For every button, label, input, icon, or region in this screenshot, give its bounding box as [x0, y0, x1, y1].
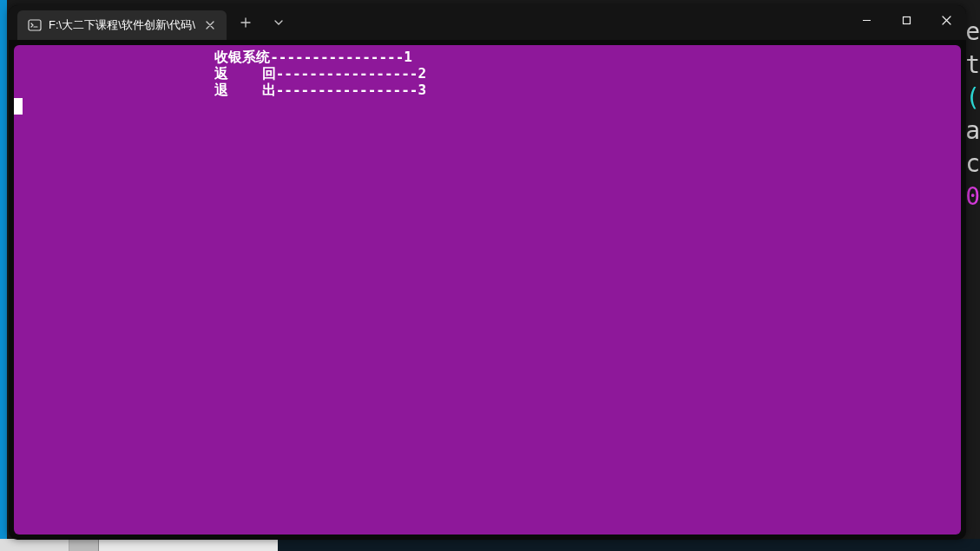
- plus-icon: [240, 17, 251, 28]
- tab-close-button[interactable]: [202, 17, 218, 33]
- chevron-down-icon: [274, 18, 283, 27]
- terminal-output[interactable]: 收银系统----------------1 返 回---------------…: [14, 45, 961, 535]
- maximize-button[interactable]: [886, 5, 926, 35]
- new-tab-button[interactable]: [232, 9, 260, 36]
- indent: [14, 65, 214, 82]
- title-bar: F:\大二下课程\软件创新\代码\: [9, 5, 966, 40]
- close-icon: [942, 16, 951, 25]
- tab-title: F:\大二下课程\软件创新\代码\: [49, 17, 195, 33]
- window-controls: [846, 5, 966, 35]
- left-side-bar: [0, 0, 7, 551]
- text-cursor: [14, 98, 23, 115]
- svg-rect-3: [903, 16, 910, 23]
- indent: [14, 82, 214, 98]
- tab-active[interactable]: F:\大二下课程\软件创新\代码\: [17, 10, 227, 40]
- close-icon: [206, 21, 214, 30]
- window-close-button[interactable]: [926, 5, 966, 35]
- menu-line: 退 出-----------------3: [214, 82, 426, 98]
- maximize-icon: [902, 16, 911, 25]
- terminal-icon: [28, 18, 42, 32]
- background-dark-strip: [278, 539, 980, 551]
- tab-dropdown-button[interactable]: [265, 9, 293, 36]
- tab-actions: [232, 9, 293, 36]
- svg-rect-0: [29, 20, 41, 30]
- menu-line: 收银系统----------------1: [214, 49, 412, 65]
- terminal-window: F:\大二下课程\软件创新\代码\: [9, 5, 966, 540]
- minimize-icon: [862, 16, 871, 25]
- menu-line: 返 回-----------------2: [214, 65, 426, 82]
- minimize-button[interactable]: [846, 5, 886, 35]
- indent: [14, 49, 214, 65]
